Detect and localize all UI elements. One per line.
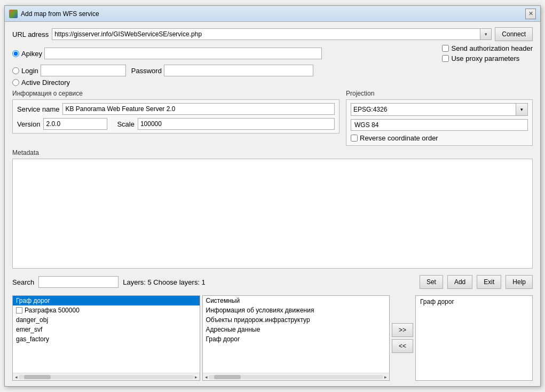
list-item[interactable]: Разграфка 500000	[13, 305, 200, 315]
middle-scroll-left-arrow[interactable]: ◂	[204, 374, 209, 380]
connect-button[interactable]: Connect	[495, 27, 533, 41]
url-combo: ▾	[52, 28, 492, 40]
title-bar: Add map from WFS service ✕	[5, 6, 540, 22]
service-info-group: Service name KB Panorama Web Feature Ser…	[12, 99, 339, 134]
active-directory-radio[interactable]	[12, 79, 19, 86]
list-item[interactable]: emer_svf	[13, 325, 200, 334]
right-layer-list[interactable]: Граф дорог	[415, 295, 533, 381]
left-scroll-right-arrow[interactable]: ▸	[194, 374, 199, 380]
auth-section: Apikey Send authorization header Use pro…	[12, 44, 533, 87]
projection-title: Projection	[346, 90, 533, 97]
layers-info: Layers: 5 Choose layers: 1	[123, 278, 206, 286]
password-input[interactable]	[164, 65, 313, 76]
list-item[interactable]: Информация об условиях движения	[203, 305, 390, 315]
login-row: Login Password	[12, 65, 533, 76]
forward-button[interactable]: >>	[392, 323, 413, 337]
backward-button[interactable]: <<	[392, 339, 413, 353]
search-input[interactable]	[38, 276, 119, 288]
service-info-title: Информация о сервисе	[12, 90, 339, 97]
apikey-radio[interactable]	[12, 50, 19, 57]
list-item[interactable]: Объекты придорож.инфраструктур	[203, 315, 390, 325]
reverse-coord-row: Reverse coordinate order	[351, 134, 528, 142]
url-dropdown-button[interactable]: ▾	[480, 28, 492, 40]
url-input[interactable]	[52, 28, 480, 40]
version-value: 2.0.0	[43, 118, 107, 130]
apikey-row: Apikey Send authorization header Use pro…	[12, 44, 533, 62]
left-scroll-left-arrow[interactable]: ◂	[14, 374, 19, 380]
active-directory-label: Active Directory	[21, 79, 70, 87]
list-item[interactable]: gas_factory	[13, 334, 200, 344]
send-auth-label: Send authorization header	[451, 44, 533, 52]
url-row: URL adress ▾ Connect	[12, 27, 533, 41]
main-area: Информация о сервисе Service name KB Pan…	[12, 90, 533, 269]
active-directory-row: Active Directory	[12, 79, 533, 87]
password-label: Password	[131, 67, 162, 75]
version-label: Version	[17, 120, 40, 128]
apikey-label: Apikey	[21, 50, 42, 58]
list-item[interactable]: Граф дорог	[417, 297, 531, 307]
add-button[interactable]: Add	[447, 275, 472, 289]
url-label: URL adress	[12, 30, 49, 38]
set-button[interactable]: Set	[420, 275, 443, 289]
help-button[interactable]: Help	[505, 275, 533, 289]
main-window: Add map from WFS service ✕ URL adress ▾ …	[4, 5, 541, 387]
login-radio[interactable]	[12, 67, 19, 74]
send-auth-row: Send authorization header	[442, 44, 533, 52]
scale-label: Scale	[117, 120, 135, 128]
info-and-proj: Информация о сервисе Service name KB Pan…	[12, 90, 533, 146]
middle-scroll-thumb[interactable]	[214, 375, 241, 379]
service-info-section: Информация о сервисе Service name KB Pan…	[12, 90, 339, 146]
apikey-input[interactable]	[44, 48, 322, 59]
wgs-value: WGS 84	[351, 119, 528, 131]
scale-value: 100000	[138, 118, 335, 130]
version-scale-row: Version 2.0.0 Scale 100000	[17, 118, 335, 130]
metadata-area: Metadata	[12, 149, 533, 269]
metadata-box[interactable]	[12, 159, 533, 269]
reverse-coord-checkbox[interactable]	[351, 135, 358, 142]
list-item[interactable]: Граф дорог	[13, 296, 200, 305]
projection-combo: ▾	[351, 103, 528, 116]
layers-panels: Граф дорог Разграфка 500000 danger_obj e…	[12, 295, 533, 381]
left-layer-scroll[interactable]: Граф дорог Разграфка 500000 danger_obj e…	[13, 296, 200, 373]
projection-input[interactable]	[351, 103, 516, 116]
left-list-hscroll[interactable]: ◂ ▸	[13, 373, 200, 380]
window-title: Add map from WFS service	[21, 10, 525, 18]
middle-scroll-right-arrow[interactable]: ▸	[383, 374, 388, 380]
service-name-value: KB Panorama Web Feature Server 2.0	[62, 103, 335, 115]
reverse-coord-label: Reverse coordinate order	[360, 134, 438, 142]
use-proxy-checkbox[interactable]	[442, 55, 449, 62]
middle-layer-scroll[interactable]: Системный Информация об условиях движени…	[203, 296, 390, 373]
list-item[interactable]: Адресные данные	[203, 325, 390, 334]
login-label: Login	[21, 67, 38, 75]
left-scroll-track[interactable]	[19, 375, 194, 379]
service-name-row: Service name KB Panorama Web Feature Ser…	[17, 103, 335, 115]
use-proxy-label: Use proxy parameters	[451, 54, 519, 62]
use-proxy-row: Use proxy parameters	[442, 54, 533, 62]
projection-section: Projection ▾ WGS 84 Reverse coordinate o…	[346, 90, 533, 146]
left-layer-list: Граф дорог Разграфка 500000 danger_obj e…	[12, 295, 200, 381]
list-item[interactable]: Граф дорог	[203, 334, 390, 344]
arrow-buttons: >> <<	[392, 295, 413, 381]
login-input[interactable]	[41, 65, 126, 76]
search-label: Search	[12, 278, 34, 286]
window-icon	[9, 10, 18, 18]
exit-button[interactable]: Exit	[477, 275, 501, 289]
content-area: URL adress ▾ Connect Apikey Send authori…	[5, 22, 540, 386]
projection-dropdown-button[interactable]: ▾	[516, 103, 528, 116]
list-item[interactable]: Системный	[203, 296, 390, 305]
layers-area: Граф дорог Разграфка 500000 danger_obj e…	[12, 295, 533, 381]
bottom-bar: Search Layers: 5 Choose layers: 1 Set Ad…	[12, 272, 533, 292]
list-item[interactable]: danger_obj	[13, 315, 200, 325]
send-auth-checkbox[interactable]	[442, 45, 449, 52]
service-name-label: Service name	[17, 105, 59, 113]
metadata-title: Metadata	[12, 149, 533, 156]
middle-scroll-track[interactable]	[209, 375, 384, 379]
middle-list-hscroll[interactable]: ◂ ▸	[203, 373, 390, 380]
check-icon	[16, 307, 22, 313]
left-scroll-thumb[interactable]	[24, 375, 51, 379]
middle-layer-list: Системный Информация об условиях движени…	[202, 295, 390, 381]
close-button[interactable]: ✕	[525, 9, 536, 19]
